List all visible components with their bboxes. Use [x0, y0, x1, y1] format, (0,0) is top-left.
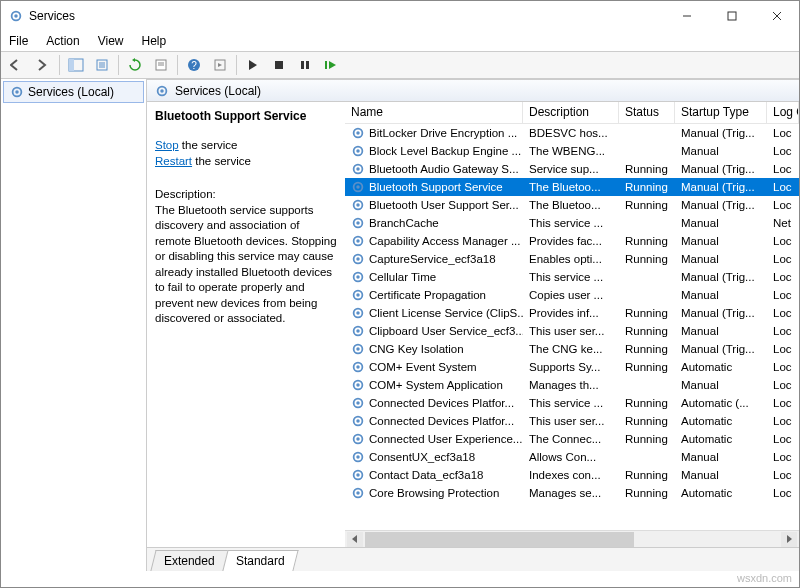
- scroll-left-button[interactable]: [347, 532, 363, 547]
- service-name-cell: Connected Devices Platfor...: [369, 415, 514, 427]
- minimize-button[interactable]: [664, 1, 709, 31]
- svg-rect-16: [301, 61, 304, 69]
- service-startup-cell: Manual: [675, 469, 767, 481]
- gear-icon: [351, 450, 365, 464]
- col-startup[interactable]: Startup Type: [675, 102, 767, 123]
- service-row[interactable]: BranchCacheThis service ...ManualNet: [345, 214, 799, 232]
- svg-point-44: [356, 311, 360, 315]
- menu-help[interactable]: Help: [142, 34, 167, 48]
- service-status-cell: Running: [619, 361, 675, 373]
- service-list[interactable]: BitLocker Drive Encryption ...BDESVC hos…: [345, 124, 799, 530]
- menu-file[interactable]: File: [9, 34, 28, 48]
- stop-service-link[interactable]: Stop: [155, 139, 179, 151]
- service-desc-cell: Service sup...: [523, 163, 619, 175]
- service-row[interactable]: Bluetooth Support ServiceThe Bluetoo...R…: [345, 178, 799, 196]
- scroll-right-button[interactable]: [781, 532, 797, 547]
- selected-service-name: Bluetooth Support Service: [155, 108, 337, 124]
- col-name[interactable]: Name: [345, 102, 523, 123]
- close-button[interactable]: [754, 1, 799, 31]
- service-row[interactable]: COM+ Event SystemSupports Sy...RunningAu…: [345, 358, 799, 376]
- service-row[interactable]: Bluetooth Audio Gateway S...Service sup.…: [345, 160, 799, 178]
- col-logon[interactable]: Log On As: [767, 102, 799, 123]
- service-desc-cell: The Connec...: [523, 433, 619, 445]
- gear-icon: [351, 270, 365, 284]
- service-row[interactable]: Capability Access Manager ...Provides fa…: [345, 232, 799, 250]
- service-name-cell: Cellular Time: [369, 271, 436, 283]
- refresh-button[interactable]: [123, 54, 147, 76]
- service-startup-cell: Manual: [675, 325, 767, 337]
- service-startup-cell: Automatic (...: [675, 397, 767, 409]
- service-row[interactable]: Contact Data_ecf3a18Indexes con...Runnin…: [345, 466, 799, 484]
- gear-icon: [351, 180, 365, 194]
- service-row[interactable]: CNG Key IsolationThe CNG ke...RunningMan…: [345, 340, 799, 358]
- service-row[interactable]: Cellular TimeThis service ...Manual (Tri…: [345, 268, 799, 286]
- restart-service-button[interactable]: [319, 54, 343, 76]
- back-button[interactable]: [5, 54, 29, 76]
- service-row[interactable]: COM+ System ApplicationManages th...Manu…: [345, 376, 799, 394]
- service-row[interactable]: BitLocker Drive Encryption ...BDESVC hos…: [345, 124, 799, 142]
- service-logon-cell: Loc: [767, 325, 799, 337]
- service-row[interactable]: Connected Devices Platfor...This user se…: [345, 412, 799, 430]
- start-service-button[interactable]: [241, 54, 265, 76]
- service-logon-cell: Loc: [767, 451, 799, 463]
- svg-point-58: [356, 437, 360, 441]
- pause-service-button[interactable]: [293, 54, 317, 76]
- export-list-button[interactable]: [90, 54, 114, 76]
- service-startup-cell: Manual: [675, 289, 767, 301]
- scroll-thumb[interactable]: [365, 532, 634, 547]
- description-text: The Bluetooth service supports discovery…: [155, 203, 337, 327]
- description-label: Description:: [155, 187, 337, 203]
- gear-icon: [351, 252, 365, 266]
- service-desc-cell: Manages se...: [523, 487, 619, 499]
- horizontal-scrollbar[interactable]: [345, 530, 799, 547]
- menu-view[interactable]: View: [98, 34, 124, 48]
- service-row[interactable]: Bluetooth User Support Ser...The Bluetoo…: [345, 196, 799, 214]
- service-row[interactable]: Clipboard User Service_ecf3...This user …: [345, 322, 799, 340]
- tree-root-services-local[interactable]: Services (Local): [3, 81, 144, 103]
- properties-button[interactable]: [149, 54, 173, 76]
- tab-extended[interactable]: Extended: [150, 550, 228, 571]
- service-row[interactable]: ConsentUX_ecf3a18Allows Con...ManualLoc: [345, 448, 799, 466]
- menu-action[interactable]: Action: [46, 34, 79, 48]
- show-hide-tree-button[interactable]: [64, 54, 88, 76]
- col-description[interactable]: Description: [523, 102, 619, 123]
- pane-header-title: Services (Local): [175, 84, 261, 98]
- menubar: File Action View Help: [1, 31, 799, 51]
- gear-icon: [351, 306, 365, 320]
- service-name-cell: Client License Service (ClipS...: [369, 307, 523, 319]
- service-desc-cell: Copies user ...: [523, 289, 619, 301]
- service-logon-cell: Loc: [767, 487, 799, 499]
- service-row[interactable]: Block Level Backup Engine ...The WBENG..…: [345, 142, 799, 160]
- service-status-cell: Running: [619, 343, 675, 355]
- service-row[interactable]: Core Browsing ProtectionManages se...Run…: [345, 484, 799, 502]
- service-desc-cell: Allows Con...: [523, 451, 619, 463]
- tab-standard[interactable]: Standard: [222, 550, 298, 571]
- service-status-cell: Running: [619, 235, 675, 247]
- gear-icon: [351, 360, 365, 374]
- help-button[interactable]: ?: [182, 54, 206, 76]
- service-row[interactable]: CaptureService_ecf3a18Enables opti...Run…: [345, 250, 799, 268]
- restart-service-link[interactable]: Restart: [155, 155, 192, 167]
- svg-rect-17: [306, 61, 309, 69]
- forward-button[interactable]: [31, 54, 55, 76]
- service-name-cell: Connected Devices Platfor...: [369, 397, 514, 409]
- service-name-cell: Connected User Experience...: [369, 433, 522, 445]
- service-name-cell: Block Level Backup Engine ...: [369, 145, 521, 157]
- service-name-cell: Contact Data_ecf3a18: [369, 469, 483, 481]
- scroll-track[interactable]: [365, 532, 779, 547]
- col-status[interactable]: Status: [619, 102, 675, 123]
- service-row[interactable]: Certificate PropagationCopies user ...Ma…: [345, 286, 799, 304]
- service-row[interactable]: Connected User Experience...The Connec..…: [345, 430, 799, 448]
- maximize-button[interactable]: [709, 1, 754, 31]
- stop-service-button[interactable]: [267, 54, 291, 76]
- service-row[interactable]: Connected Devices Platfor...This service…: [345, 394, 799, 412]
- service-name-cell: COM+ System Application: [369, 379, 503, 391]
- svg-rect-7: [69, 59, 74, 71]
- action-button[interactable]: [208, 54, 232, 76]
- service-name-cell: BitLocker Drive Encryption ...: [369, 127, 517, 139]
- service-desc-cell: Manages th...: [523, 379, 619, 391]
- gear-icon: [351, 162, 365, 176]
- service-desc-cell: This service ...: [523, 217, 619, 229]
- service-row[interactable]: Client License Service (ClipS...Provides…: [345, 304, 799, 322]
- service-logon-cell: Loc: [767, 289, 799, 301]
